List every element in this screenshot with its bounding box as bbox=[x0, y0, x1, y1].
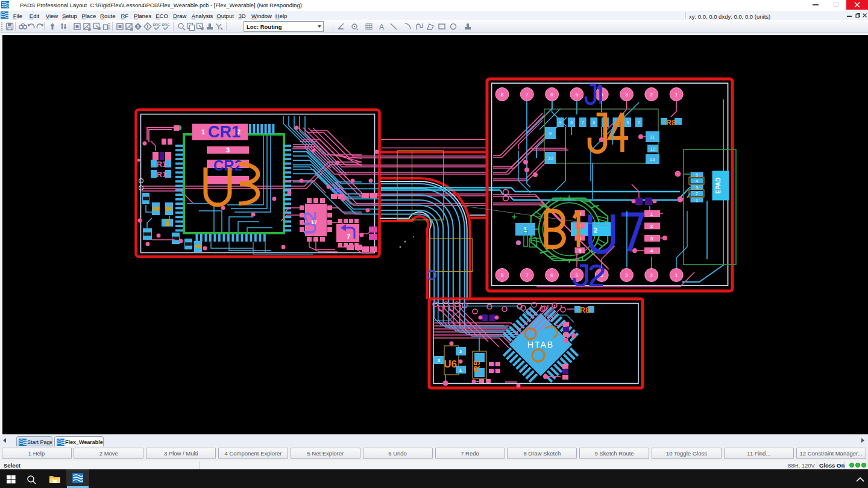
svg-text:A: A bbox=[379, 22, 385, 31]
svg-text:12: 12 bbox=[650, 146, 656, 152]
svg-text:3: 3 bbox=[226, 146, 230, 154]
svg-text:1: 1 bbox=[650, 211, 653, 217]
svg-text:DRC: DRC bbox=[162, 23, 171, 27]
svg-text:1: 1 bbox=[675, 272, 678, 278]
svg-text:U5: U5 bbox=[334, 187, 342, 194]
svg-text:8: 8 bbox=[500, 92, 503, 98]
svg-text:1: 1 bbox=[201, 128, 205, 136]
svg-text:17: 17 bbox=[311, 219, 317, 225]
svg-text:2: 2 bbox=[459, 349, 462, 354]
svg-text:3: 3 bbox=[625, 272, 628, 278]
svg-text:R8: R8 bbox=[580, 305, 590, 314]
svg-text:EPAD: EPAD bbox=[715, 177, 722, 193]
svg-text:9: 9 bbox=[549, 131, 552, 136]
svg-text:3: 3 bbox=[626, 120, 629, 125]
svg-text:2: 2 bbox=[594, 227, 597, 234]
svg-text:HTAB: HTAB bbox=[527, 340, 554, 349]
svg-text:7: 7 bbox=[526, 272, 529, 278]
svg-text:3: 3 bbox=[650, 236, 653, 242]
svg-text:8: 8 bbox=[570, 120, 573, 125]
svg-text:R1: R1 bbox=[157, 170, 167, 179]
svg-text:4: 4 bbox=[650, 248, 653, 254]
svg-text:6: 6 bbox=[550, 272, 553, 278]
svg-text:CR1: CR1 bbox=[208, 123, 241, 141]
svg-text:2: 2 bbox=[650, 272, 653, 278]
svg-text:7: 7 bbox=[582, 120, 584, 125]
svg-text:6: 6 bbox=[550, 92, 553, 98]
svg-text:DRC: DRC bbox=[153, 23, 162, 27]
svg-text:5: 5 bbox=[696, 173, 698, 177]
svg-text:3: 3 bbox=[696, 186, 698, 190]
svg-text:4: 4 bbox=[696, 179, 698, 183]
svg-text:6: 6 bbox=[593, 120, 595, 125]
svg-text:7: 7 bbox=[347, 233, 351, 241]
svg-text:R5: R5 bbox=[471, 360, 482, 372]
svg-text:2: 2 bbox=[650, 224, 653, 229]
svg-text:8: 8 bbox=[500, 272, 503, 278]
svg-text:1: 1 bbox=[459, 368, 462, 373]
svg-text:R1: R1 bbox=[157, 160, 167, 169]
svg-text:2: 2 bbox=[650, 92, 653, 98]
svg-text:1: 1 bbox=[675, 92, 678, 98]
svg-text:R8: R8 bbox=[666, 118, 676, 127]
svg-text:3: 3 bbox=[438, 358, 441, 363]
svg-text:2: 2 bbox=[638, 120, 640, 125]
svg-text:2: 2 bbox=[696, 192, 698, 196]
svg-text:1: 1 bbox=[696, 198, 698, 202]
svg-text:5: 5 bbox=[579, 248, 582, 254]
svg-text:5: 5 bbox=[575, 92, 578, 98]
svg-text:3: 3 bbox=[625, 92, 628, 98]
svg-text:10: 10 bbox=[548, 155, 553, 161]
svg-text:11: 11 bbox=[650, 134, 655, 140]
svg-text:13: 13 bbox=[650, 157, 655, 162]
svg-text:5: 5 bbox=[575, 272, 578, 278]
svg-text:7: 7 bbox=[526, 92, 529, 98]
svg-text:U6: U6 bbox=[444, 358, 457, 370]
